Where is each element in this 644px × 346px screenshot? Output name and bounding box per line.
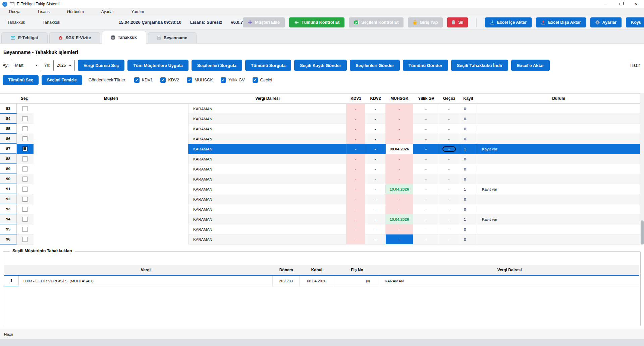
row-select-cell[interactable] [17, 224, 34, 234]
download-selected-accrual-button[interactable]: Seçili Tahakkuku İndir [451, 60, 508, 71]
row-checkbox[interactable] [22, 227, 28, 232]
checkbox-checked-icon[interactable]: ✓ [134, 77, 140, 83]
tab-beyanname[interactable]: Beyanname [148, 32, 197, 43]
col-header-yillik-gv[interactable]: Yıllık GV [413, 93, 439, 103]
row-checkbox[interactable] [22, 166, 28, 171]
month-select[interactable]: Mart [12, 60, 41, 71]
col-header-vergi-dairesi[interactable]: Vergi Dairesi [189, 93, 346, 103]
row-checkbox[interactable] [22, 106, 28, 111]
scrollbar-thumb[interactable] [641, 220, 644, 245]
checkbox-checked-icon[interactable]: ✓ [187, 77, 192, 83]
row-select-cell[interactable] [17, 214, 34, 224]
tab-e-tebligat[interactable]: E-Tebligat [1, 32, 48, 43]
row-checkbox[interactable] [22, 187, 28, 192]
table-row[interactable]: 86 KARAMAN - - - - - 0 [0, 134, 640, 144]
close-button[interactable] [629, 0, 644, 8]
row-select-cell[interactable] [17, 194, 34, 204]
select-tax-office-button[interactable]: Vergi Dairesi Seç [78, 60, 125, 71]
vertical-scrollbar[interactable] [640, 93, 644, 245]
excel-import-button[interactable]: Excel İçe Aktar [485, 17, 532, 27]
col-header-vergi[interactable]: Vergi [19, 265, 273, 275]
settings-button[interactable]: Ayarlar [590, 17, 622, 27]
row-checkbox[interactable] [22, 116, 28, 121]
apply-all-customers-button[interactable]: Tüm Müşterilere Uygula [127, 60, 188, 71]
col-header-fisno[interactable]: Fiş No [334, 265, 380, 275]
row-select-cell[interactable] [17, 144, 34, 154]
row-select-cell[interactable] [17, 234, 34, 245]
theme-toggle-button[interactable]: Koyu [626, 17, 644, 27]
table-row[interactable]: 85 KARAMAN - - - - - 0 [0, 124, 640, 134]
type-yillik-gv[interactable]: ✓ Yıllık GV [221, 77, 245, 83]
type-kdv2[interactable]: ✓ KDV2 [160, 77, 179, 83]
row-select-cell[interactable] [17, 174, 34, 184]
row-checkbox[interactable] [22, 177, 28, 182]
col-header-gecici[interactable]: Geçici [439, 93, 459, 103]
table-row[interactable]: 90 KARAMAN - - - - - 0 [0, 174, 640, 184]
row-select-cell[interactable] [17, 184, 34, 194]
row-select-cell[interactable] [17, 114, 34, 124]
minimize-button[interactable] [598, 0, 613, 8]
table-row[interactable]: 93 KARAMAN - - - - - 0 [0, 204, 640, 214]
col-header-kayit[interactable]: Kayıt [459, 93, 477, 103]
col-header-donem[interactable]: Dönem [273, 265, 300, 275]
col-header-muhsgk[interactable]: MUHSGK [386, 93, 413, 103]
row-checkbox[interactable] [22, 217, 28, 222]
table-row[interactable]: 92 KARAMAN - - - - - 0 [0, 194, 640, 204]
col-header-kdv2[interactable]: KDV2 [365, 93, 386, 103]
query-selected-button[interactable]: Seçilenleri Sorgula [192, 60, 242, 71]
checkbox-checked-icon[interactable]: ✓ [253, 77, 258, 83]
menu-ayarlar[interactable]: Ayarlar [96, 9, 119, 14]
row-checkbox[interactable] [22, 207, 28, 212]
query-all-button[interactable]: Tümünü Sorgula [245, 60, 291, 71]
table-row[interactable]: 83 KARAMAN - - - - - 0 [0, 104, 640, 114]
row-select-cell[interactable] [17, 104, 34, 114]
table-row[interactable]: 89 KARAMAN - - - - - 0 [0, 164, 640, 174]
restore-button[interactable] [613, 0, 629, 8]
type-muhsgk[interactable]: ✓ MUHSGK [187, 77, 213, 83]
select-all-button[interactable]: Tümünü Seç [3, 75, 39, 85]
checkbox-checked-icon[interactable]: ✓ [221, 77, 226, 83]
menu-yardim[interactable]: Yardım [126, 9, 149, 14]
table-row[interactable]: 94 KARAMAN - - 10.04.2026 - - 1 Kayıt va… [0, 214, 640, 224]
excel-export-button[interactable]: Excel Dışa Aktar [536, 17, 586, 27]
table-row[interactable]: 96 KARAMAN - - - - - 0 [0, 234, 640, 245]
row-checkbox[interactable] [22, 156, 28, 161]
send-all-button[interactable]: Tümünü Gönder [403, 60, 448, 71]
table-row[interactable]: 88 KARAMAN - - - - - 0 [0, 154, 640, 164]
send-selected-record-button[interactable]: Seçili Kaydı Gönder [294, 60, 347, 71]
clear-selection-button[interactable]: Seçimi Temizle [42, 75, 82, 85]
row-checkbox[interactable] [22, 136, 28, 141]
add-customer-button[interactable]: Müşteri Ekle [243, 17, 285, 27]
check-selected-button[interactable]: Seçileni Kontrol Et [349, 17, 404, 27]
row-select-cell[interactable] [17, 124, 34, 134]
type-kdv1[interactable]: ✓ KDV1 [134, 77, 153, 83]
send-selected-button[interactable]: Seçilenleri Gönder [350, 60, 400, 71]
col-header-kdv1[interactable]: KDV1 [346, 93, 365, 103]
tab-tahakkuk[interactable]: Tahakkuk [102, 31, 146, 44]
delete-button[interactable]: Sil [447, 17, 468, 27]
row-select-cell[interactable] [17, 164, 34, 174]
col-header-vergi-dairesi[interactable]: Vergi Dairesi [380, 265, 639, 275]
table-row[interactable]: 95 KARAMAN - - - - - 0 [0, 224, 640, 234]
row-checkbox[interactable] [22, 197, 28, 202]
row-checkbox[interactable] [22, 146, 28, 151]
col-header-sec[interactable]: Seç [17, 93, 34, 103]
tab-sgk-e-vizite[interactable]: SGK E-Vizite [49, 32, 100, 43]
col-header-durum[interactable]: Durum [477, 93, 640, 103]
row-select-cell[interactable] [17, 154, 34, 164]
table-row[interactable]: 87 KARAMAN - - 08.04.2026 - - 1 Kayıt va… [0, 144, 640, 154]
table-row[interactable]: 84 KARAMAN - - - - - 0 [0, 114, 640, 124]
row-select-cell[interactable] [17, 134, 34, 144]
year-select[interactable]: 2026 [53, 60, 75, 71]
row-checkbox[interactable] [22, 237, 28, 242]
col-header-kabul[interactable]: Kabul [300, 265, 334, 275]
menu-gorunum[interactable]: Görünüm [62, 9, 89, 14]
checkbox-checked-icon[interactable]: ✓ [160, 77, 166, 83]
menu-dosya[interactable]: Dosya [4, 9, 25, 14]
row-select-cell[interactable] [17, 204, 34, 214]
row-checkbox[interactable] [22, 126, 28, 131]
menu-lisans[interactable]: Lisans [33, 9, 55, 14]
col-header-musteri[interactable]: Müşteri [34, 93, 189, 103]
table-row[interactable]: 91 KARAMAN - - 10.04.2026 - - 1 Kayıt va… [0, 184, 640, 194]
details-row[interactable]: 1 0003 - GELİR VERGİSİ S. (MUHTASAR) 202… [4, 276, 639, 286]
